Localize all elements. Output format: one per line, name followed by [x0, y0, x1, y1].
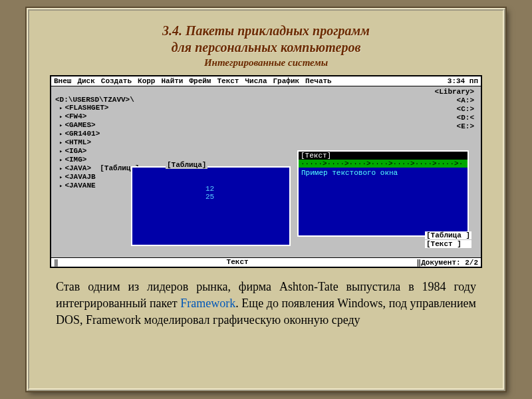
title-line1: 3.4. Пакеты прикладных программ [162, 23, 370, 38]
caption-highlight: Framework [180, 297, 235, 310]
clock: 3:34 пп [448, 77, 478, 85]
tree-item[interactable]: <GR1401> [55, 130, 175, 138]
drive-item[interactable]: <C:> [435, 105, 474, 114]
table-window[interactable]: [Таблица] 12 25 [131, 166, 291, 246]
library-panel: <Library> <A:> <C:> <D:< <E:> [435, 88, 474, 131]
drive-item[interactable]: <D:< [435, 114, 474, 122]
desktop-area: <Library> <A:> <C:> <D:< <E:> <D:\USERSD… [51, 86, 481, 256]
table-value: 25 [205, 193, 214, 201]
text-window-content: Пример текстового окна [299, 168, 467, 178]
tree-item[interactable]: <GAMES> [55, 121, 175, 130]
menu-item[interactable]: Диск [77, 77, 94, 85]
status-doc: ‖Документ: 2/2 [417, 258, 478, 267]
ruler-bar: ·····>····>····>····>····>····>····>· [299, 160, 467, 168]
menu-item[interactable]: Числа [245, 77, 267, 85]
title-line2: для персональных компьютеров [172, 40, 361, 55]
table-values: 12 25 [205, 185, 214, 201]
tree-item[interactable]: <IGA> [55, 147, 175, 156]
menu-item[interactable]: График [273, 77, 300, 85]
tree-item[interactable]: <FLASHGET> [55, 104, 175, 112]
status-mode: Текст [227, 258, 249, 267]
table-value: 12 [205, 185, 214, 193]
menu-item[interactable]: Внеш [54, 77, 71, 85]
text-window[interactable]: [Текст] ·····>····>····>····>····>····>·… [297, 150, 469, 237]
menu-item[interactable]: Текст [217, 77, 239, 85]
menu-item[interactable]: Фрейм [189, 77, 211, 85]
menu-item[interactable]: Печать [305, 77, 332, 85]
drive-item[interactable]: <E:> [435, 122, 474, 131]
tree-item[interactable]: <FW4> [55, 112, 175, 121]
drive-item[interactable]: <A:> [435, 96, 474, 105]
minimized-window[interactable]: [Таблица ] [425, 231, 471, 239]
tree-item[interactable]: <IMG> [55, 156, 175, 164]
dos-screenshot: Внеш Диск Создать Корр Найти Фрейм Текст… [50, 75, 482, 268]
menu-item[interactable]: Найти [161, 77, 183, 85]
caption-text: Став одним из лидеров рынка, фирма Ashto… [49, 279, 483, 329]
menu-item[interactable]: Корр [138, 77, 155, 85]
menubar: Внеш Диск Создать Корр Найти Фрейм Текст… [51, 76, 481, 86]
tree-path: <D:\USERSD\TZAVV>\ [55, 96, 175, 104]
status-bar: ‖ Текст ‖Документ: 2/2 [51, 257, 481, 267]
minimized-window[interactable]: [Текст ] [425, 240, 471, 248]
slide-frame: 3.4. Пакеты прикладных программ для перс… [27, 8, 505, 391]
slide-title: 3.4. Пакеты прикладных программ для перс… [49, 23, 483, 56]
status-left: ‖ [54, 258, 59, 267]
table-window-label: [Таблица] [166, 161, 207, 169]
slide-subtitle: Интегрированные системы [49, 57, 483, 68]
text-window-title: [Текст] [299, 152, 467, 160]
minimized-windows: [Таблица ] [Текст ] [425, 231, 471, 248]
tree-item[interactable]: <HTML> [55, 138, 175, 147]
menu-item[interactable]: Создать [101, 77, 132, 85]
library-title: <Library> [435, 88, 474, 96]
